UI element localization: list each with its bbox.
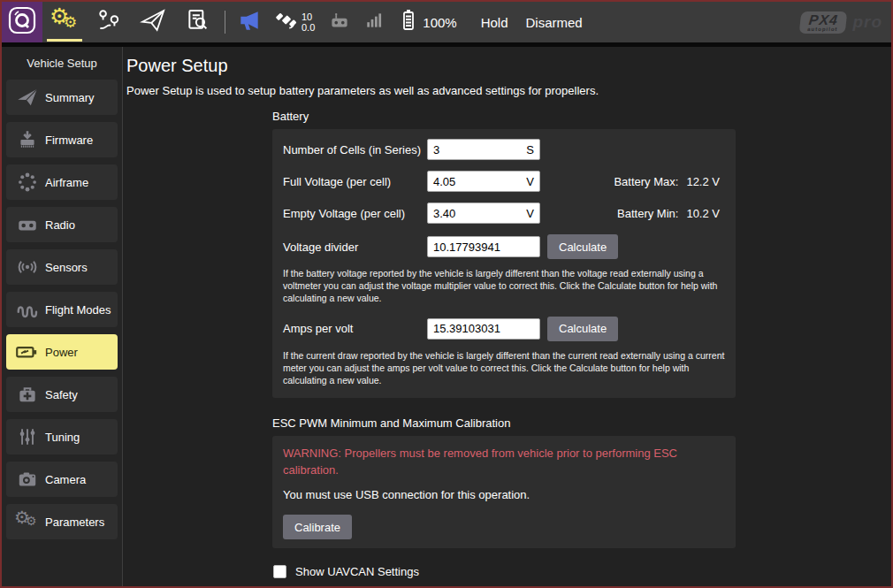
sidebar-item-label: Parameters [45, 515, 104, 529]
sidebar-item-tuning[interactable]: Tuning [6, 419, 118, 454]
vehicle-setup-tool-button[interactable]: ⚙⚙ [42, 2, 87, 42]
sidebar-item-parameters[interactable]: ⚙⚙ Parameters [6, 504, 118, 539]
sidebar-item-label: Summary [45, 91, 95, 104]
radio-controller-icon [10, 213, 45, 236]
sidebar-item-label: Safety [45, 388, 78, 401]
calibrate-button[interactable]: Calibrate [283, 515, 352, 539]
top-toolbar: ⚙⚙ [2, 2, 891, 42]
summary-plane-icon [10, 86, 45, 109]
flight-modes-wave-icon [10, 298, 45, 321]
battery-section-label: Battery [272, 110, 736, 123]
page-title: Power Setup [126, 56, 884, 76]
power-setup-page: Power Setup Power Setup is used to setup… [123, 47, 891, 586]
empty-voltage-unit: V [526, 207, 534, 220]
vehicle-setup-sidebar: Vehicle Setup Summary [2, 47, 123, 586]
qgroundcontrol-window: ⚙⚙ [0, 0, 893, 588]
px4-pro-text: pro [852, 12, 882, 32]
voltage-divider-value: 10.17793941 [433, 241, 500, 254]
esc-section-label: ESC PWM Minimum and Maximum Calibration [272, 416, 736, 430]
fly-tool-button[interactable] [131, 2, 175, 42]
analyze-tool-button[interactable] [175, 2, 219, 42]
sidebar-item-label: Firmware [45, 134, 93, 147]
sidebar-item-power[interactable]: Power [6, 334, 118, 370]
full-voltage-unit: V [526, 175, 534, 188]
qgc-logo-icon [6, 4, 38, 40]
battery-min-readout: Battery Min:10.2 V [617, 207, 725, 220]
full-voltage-value: 4.05 [433, 175, 455, 188]
battery-min-value: 10.2 V [686, 207, 720, 220]
sidebar-item-label: Airframe [45, 176, 88, 189]
px4-autopilot-text: autopilot [807, 27, 838, 32]
amps-per-volt-label: Amps per volt [283, 322, 427, 335]
empty-voltage-input[interactable]: 3.40 V [427, 202, 540, 224]
show-uavcan-settings-row[interactable]: Show UAVCAN Settings [273, 565, 736, 578]
sensors-signal-icon [10, 256, 45, 279]
document-magnifier-icon [184, 7, 210, 37]
megaphone-icon [237, 8, 262, 36]
power-battery-icon [10, 340, 45, 363]
plan-tool-button[interactable] [87, 2, 131, 42]
gps-indicator[interactable]: 10 0.0 [274, 8, 315, 36]
toolbar-divider [225, 11, 225, 34]
sidebar-item-summary[interactable]: Summary [6, 80, 118, 115]
esc-calibration-panel: WARNING: Propellers must be removed from… [272, 436, 736, 549]
qgc-app-button[interactable] [2, 2, 42, 42]
settings-gears-icon: ⚙⚙ [50, 9, 80, 35]
voltage-divider-label: Voltage divider [283, 241, 427, 254]
sidebar-item-label: Radio [45, 218, 75, 232]
cells-input[interactable]: 3 S [427, 139, 540, 160]
sidebar-item-radio[interactable]: Radio [6, 207, 118, 242]
voltage-calculate-button[interactable]: Calculate [547, 234, 618, 259]
px4-pro-logo: PX4 autopilot pro [800, 11, 882, 34]
messages-indicator[interactable] [237, 8, 262, 36]
signal-bars-icon [364, 10, 385, 34]
full-voltage-label: Full Voltage (per cell) [283, 175, 427, 188]
sidebar-item-label: Tuning [45, 431, 80, 444]
amps-per-volt-input[interactable]: 15.39103031 [427, 318, 540, 340]
px4-badge: PX4 autopilot [799, 11, 848, 34]
amps-per-volt-value: 15.39103031 [433, 322, 500, 335]
telemetry-rssi-indicator[interactable] [364, 10, 385, 34]
sidebar-item-sensors[interactable]: Sensors [6, 249, 118, 285]
voltage-divider-help: If the battery voltage reported by the v… [283, 268, 730, 305]
airframe-dots-icon [10, 171, 45, 194]
battery-percent: 100% [423, 15, 456, 30]
sidebar-item-safety[interactable]: Safety [6, 377, 118, 412]
battery-max-label: Battery Max: [614, 175, 678, 188]
esc-usb-note: You must use USB connection for this ope… [283, 488, 725, 501]
sidebar-header: Vehicle Setup [2, 57, 122, 70]
empty-voltage-value: 3.40 [433, 207, 455, 220]
battery-max-readout: Battery Max:12.2 V [614, 175, 725, 188]
sidebar-item-firmware[interactable]: Firmware [6, 122, 118, 157]
battery-indicator[interactable]: 100% [398, 7, 465, 37]
gps-sat-count: 10 [301, 11, 315, 22]
paper-plane-icon [140, 7, 166, 37]
uavcan-checkbox[interactable] [273, 565, 286, 578]
amps-per-volt-help: If the current draw reported by the vehi… [283, 350, 730, 387]
page-subtitle: Power Setup is used to setup battery par… [126, 84, 884, 97]
sidebar-item-airframe[interactable]: Airframe [6, 164, 118, 200]
tuning-sliders-icon [10, 425, 45, 448]
sidebar-item-label: Camera [45, 473, 86, 486]
empty-voltage-label: Empty Voltage (per cell) [283, 207, 427, 220]
full-voltage-input[interactable]: 4.05 V [427, 171, 540, 192]
amps-calculate-button[interactable]: Calculate [547, 317, 618, 341]
armed-state-indicator[interactable]: Disarmed [526, 15, 583, 30]
battery-panel: Number of Cells (in Series) 3 S Full Vol… [272, 129, 736, 398]
sidebar-item-label: Power [45, 346, 78, 359]
voltage-divider-input[interactable]: 10.17793941 [427, 236, 540, 257]
rc-transmitter-icon [327, 8, 352, 36]
sidebar-item-camera[interactable]: Camera [6, 462, 118, 497]
camera-icon [10, 468, 45, 491]
battery-icon [398, 7, 419, 37]
rc-rssi-indicator[interactable] [327, 8, 352, 36]
gps-hdop: 0.0 [301, 22, 315, 33]
cells-label: Number of Cells (in Series) [283, 143, 427, 157]
cells-unit: S [526, 143, 534, 157]
battery-min-label: Battery Min: [617, 207, 678, 220]
sidebar-item-flight-modes[interactable]: Flight Modes [6, 292, 118, 327]
plan-route-icon [95, 7, 122, 37]
uavcan-checkbox-label: Show UAVCAN Settings [295, 565, 419, 578]
flight-mode-indicator[interactable]: Hold [481, 15, 508, 30]
sidebar-item-label: Flight Modes [45, 303, 111, 317]
